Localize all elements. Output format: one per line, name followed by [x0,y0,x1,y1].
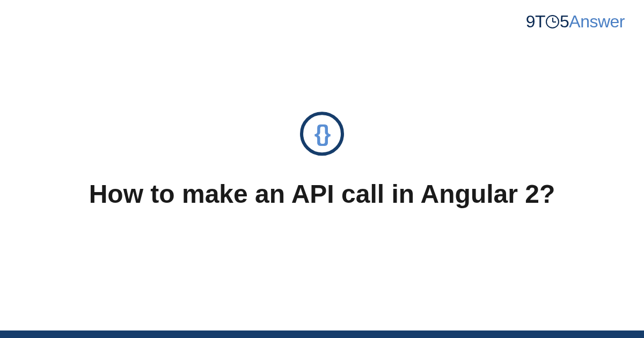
logo-text-answer: Answer [569,12,625,31]
main-content: {} How to make an API call in Angular 2? [0,112,644,210]
brace-left: { [314,121,322,146]
footer-accent-bar [0,330,644,338]
site-logo[interactable]: 9T5Answer [526,12,625,32]
clock-icon [546,15,559,28]
code-braces-icon: {} [300,112,344,156]
page-title: How to make an API call in Angular 2? [89,178,555,210]
logo-text-9t: 9T [526,12,545,31]
brace-right: } [322,121,330,146]
logo-text-5: 5 [560,12,569,31]
